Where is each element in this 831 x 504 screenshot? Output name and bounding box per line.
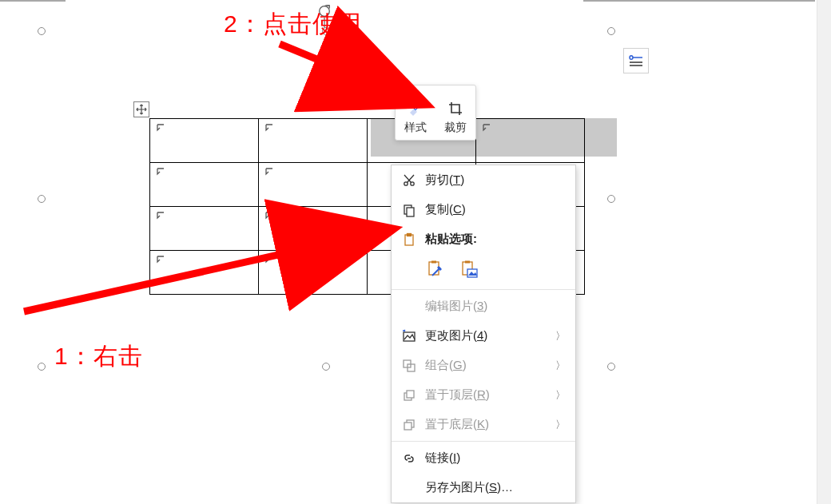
annotation-step1: 1：右击	[54, 340, 143, 373]
annotation-arrows	[0, 0, 831, 504]
annotation-step2: 2：点击使用	[224, 8, 362, 41]
document-canvas[interactable]: 样式 裁剪 剪切(T) 复制(C) 粘贴选项:	[0, 0, 831, 504]
svg-line-19	[280, 44, 416, 100]
svg-line-20	[24, 232, 382, 312]
